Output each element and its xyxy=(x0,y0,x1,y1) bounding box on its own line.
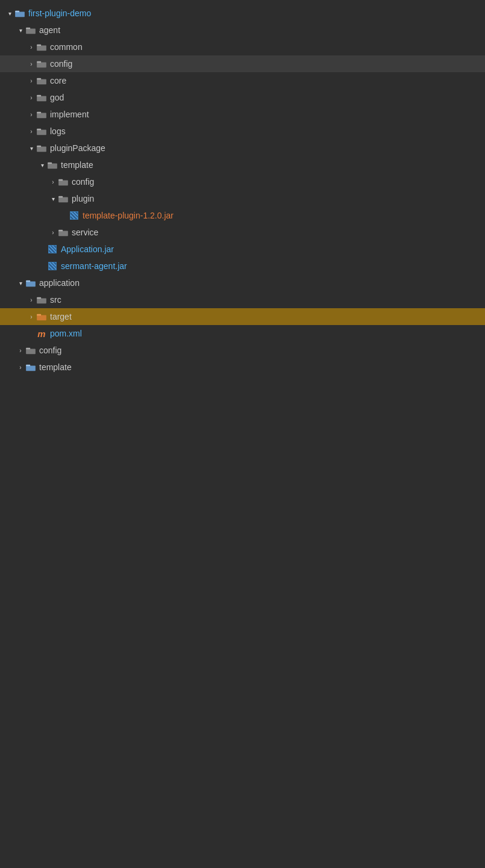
svg-rect-9 xyxy=(37,78,41,80)
tree-item-target[interactable]: target xyxy=(0,308,485,325)
tree-item-application[interactable]: application xyxy=(0,274,485,291)
svg-rect-10 xyxy=(37,96,46,101)
item-label: template xyxy=(39,362,72,372)
svg-rect-8 xyxy=(37,79,46,84)
chevron-open-icon xyxy=(5,8,14,18)
folder-icon xyxy=(25,26,36,34)
svg-rect-16 xyxy=(37,146,46,152)
tree-item-implement[interactable]: implement xyxy=(0,106,485,123)
svg-rect-23 xyxy=(58,196,63,198)
folder-icon xyxy=(58,228,69,237)
jar-icon xyxy=(47,261,58,271)
svg-rect-1 xyxy=(15,11,19,13)
jar-icon xyxy=(69,211,80,220)
chevron-closed-icon xyxy=(27,126,36,136)
chevron-closed-icon xyxy=(48,228,58,237)
tree-item-core[interactable]: core xyxy=(0,72,485,89)
svg-rect-12 xyxy=(37,113,46,118)
chevron-closed-icon xyxy=(27,93,36,102)
svg-rect-11 xyxy=(37,95,41,97)
svg-rect-19 xyxy=(48,163,52,164)
tree-item-root[interactable]: first-plugin-demo xyxy=(0,5,485,22)
svg-rect-25 xyxy=(58,230,63,232)
item-label: src xyxy=(50,295,61,305)
folder-icon xyxy=(58,194,69,203)
tree-item-application-jar[interactable]: Application.jar xyxy=(0,241,485,258)
tree-item-common[interactable]: common xyxy=(0,39,485,55)
item-label: application xyxy=(39,278,80,288)
item-label: pom.xml xyxy=(50,329,82,338)
item-label: config xyxy=(50,59,72,69)
folder-icon xyxy=(47,161,58,169)
svg-rect-17 xyxy=(37,146,41,147)
chevron-open-icon xyxy=(16,278,25,288)
chevron-closed-icon xyxy=(27,295,36,305)
jar-icon xyxy=(47,244,58,254)
tree-item-service[interactable]: service xyxy=(0,224,485,241)
tree-item-pluginPackage[interactable]: pluginPackage xyxy=(0,140,485,157)
tree-item-template[interactable]: template xyxy=(0,157,485,173)
tree-item-template2[interactable]: template xyxy=(0,359,485,376)
svg-rect-30 xyxy=(37,315,46,320)
item-label: logs xyxy=(50,126,66,136)
chevron-closed-icon xyxy=(27,76,36,85)
svg-rect-2 xyxy=(26,28,36,34)
item-label: Application.jar xyxy=(61,244,114,254)
folder-icon xyxy=(36,110,47,119)
svg-rect-24 xyxy=(58,231,68,236)
chevron-closed-icon xyxy=(27,110,36,119)
chevron-closed-icon xyxy=(16,346,25,355)
tree-item-plugin[interactable]: plugin xyxy=(0,190,485,207)
svg-rect-31 xyxy=(37,314,41,316)
tree-item-config1[interactable]: config xyxy=(0,55,485,72)
svg-rect-26 xyxy=(26,281,36,287)
chevron-open-icon xyxy=(16,25,25,35)
svg-rect-28 xyxy=(37,298,46,303)
svg-rect-15 xyxy=(37,129,41,131)
svg-rect-22 xyxy=(58,197,68,202)
svg-rect-32 xyxy=(26,349,36,354)
tree-item-agent[interactable]: agent xyxy=(0,22,485,39)
svg-rect-0 xyxy=(15,11,25,17)
svg-rect-14 xyxy=(37,129,46,135)
svg-rect-13 xyxy=(37,112,41,114)
chevron-open-icon xyxy=(27,143,36,153)
item-label: template-plugin-1.2.0.jar xyxy=(83,211,174,220)
item-label: sermant-agent.jar xyxy=(61,261,127,271)
item-label: config xyxy=(72,177,94,187)
chevron-open-icon xyxy=(48,194,58,203)
svg-rect-18 xyxy=(48,163,57,169)
chevron-closed-icon xyxy=(16,362,25,372)
tree-item-sermant-agent-jar[interactable]: sermant-agent.jar xyxy=(0,258,485,274)
tree-item-god[interactable]: god xyxy=(0,89,485,106)
item-label: common xyxy=(50,42,83,52)
folder-icon xyxy=(36,76,47,85)
folder-icon xyxy=(36,60,47,68)
svg-rect-33 xyxy=(26,348,30,350)
chevron-open-icon xyxy=(37,160,47,170)
svg-rect-21 xyxy=(58,179,63,181)
svg-rect-7 xyxy=(37,61,41,63)
chevron-closed-icon xyxy=(27,312,36,321)
chevron-closed-icon xyxy=(48,177,58,187)
tree-item-template-plugin-jar[interactable]: template-plugin-1.2.0.jar xyxy=(0,207,485,224)
tree-item-config2[interactable]: config xyxy=(0,173,485,190)
item-label: agent xyxy=(39,25,60,35)
folder-icon xyxy=(36,93,47,102)
tree-item-logs[interactable]: logs xyxy=(0,123,485,140)
svg-rect-20 xyxy=(58,180,68,185)
item-label: god xyxy=(50,93,64,102)
file-tree: first-plugin-demo agent common config co… xyxy=(0,0,485,380)
item-label: template xyxy=(61,160,93,170)
svg-rect-4 xyxy=(37,45,46,51)
chevron-closed-icon xyxy=(27,59,36,69)
tree-item-config3[interactable]: config xyxy=(0,342,485,359)
tree-item-pom-xml[interactable]: mpom.xml xyxy=(0,325,485,342)
folder-icon xyxy=(36,296,47,304)
chevron-closed-icon xyxy=(27,42,36,52)
folder-icon xyxy=(25,279,36,287)
item-label: plugin xyxy=(72,194,94,203)
folder-icon xyxy=(36,312,47,321)
tree-item-src[interactable]: src xyxy=(0,291,485,308)
folder-icon xyxy=(58,178,69,186)
